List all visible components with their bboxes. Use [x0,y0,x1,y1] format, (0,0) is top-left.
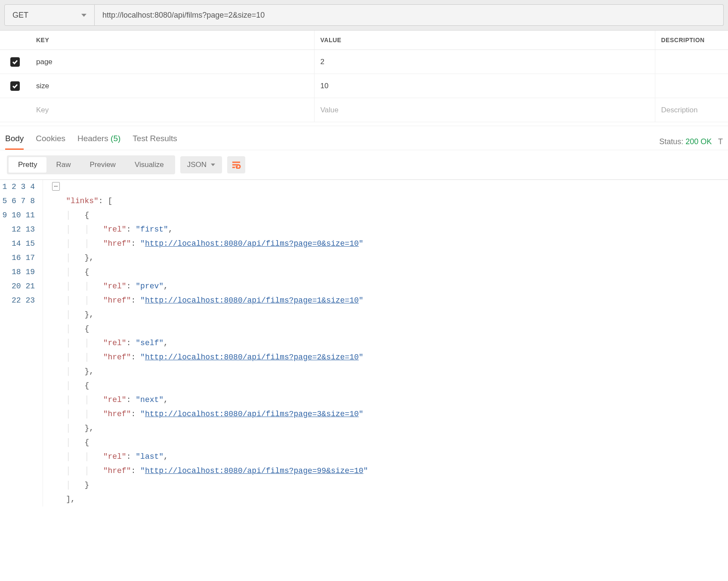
param-value-input[interactable] [321,58,649,66]
body-format-select[interactable]: JSON [180,156,222,173]
query-params-table: KEY VALUE DESCRIPTION [0,31,728,122]
status-value: 200 OK [685,137,712,146]
chevron-down-icon [211,164,215,166]
param-key-input[interactable] [36,58,308,66]
param-value-input[interactable] [321,82,649,90]
param-checkbox[interactable] [10,57,20,67]
body-format-label: JSON [187,161,207,169]
col-header-description: DESCRIPTION [655,31,728,50]
view-pretty-button[interactable]: Pretty [9,157,46,173]
table-row [0,74,728,98]
wrap-lines-icon [231,161,241,169]
check-icon [12,83,18,89]
tab-test-results[interactable]: Test Results [133,134,177,150]
param-value-input[interactable] [321,106,649,114]
tab-cookies[interactable]: Cookies [36,134,65,150]
request-bar: GET [0,0,728,31]
header-count-badge: (5) [111,134,120,143]
response-body-viewer: 1 2 3 4 5 6 7 8 9 10 11 12 13 14 15 16 1… [0,180,728,507]
wrap-lines-button[interactable] [227,156,245,173]
param-key-input[interactable] [36,106,308,114]
col-header-value: VALUE [314,31,655,50]
col-header-key: KEY [30,31,314,50]
tab-body[interactable]: Body [5,134,24,150]
status-time-prefix: T [718,137,723,146]
http-method-select[interactable]: GET [4,4,95,26]
check-icon [12,59,18,65]
param-key-input[interactable] [36,82,308,90]
response-tabs-row: Body Cookies Headers (5) Test Results St… [0,126,728,150]
view-preview-button[interactable]: Preview [80,157,125,173]
tab-headers[interactable]: Headers (5) [77,134,120,150]
http-method-label: GET [12,11,28,20]
response-view-toolbar: Pretty Raw Preview Visualize JSON [0,150,728,180]
view-visualize-button[interactable]: Visualize [125,157,173,173]
line-number-gutter: 1 2 3 4 5 6 7 8 9 10 11 12 13 14 15 16 1… [0,180,43,507]
param-description-input[interactable] [661,106,722,114]
view-raw-button[interactable]: Raw [46,157,80,173]
status-label: Status: [659,137,683,146]
request-url-input[interactable] [95,4,724,26]
chevron-down-icon [81,14,86,17]
response-body-code[interactable]: ⋯ "links": [ │ { │ │ "rel": "first", │ │… [43,180,368,507]
param-checkbox[interactable] [10,81,20,91]
tab-headers-label: Headers [77,134,108,143]
view-mode-segment: Pretty Raw Preview Visualize [7,155,175,174]
table-row [0,50,728,74]
table-row-empty [0,98,728,122]
response-status: Status: 200 OK T [659,137,723,146]
